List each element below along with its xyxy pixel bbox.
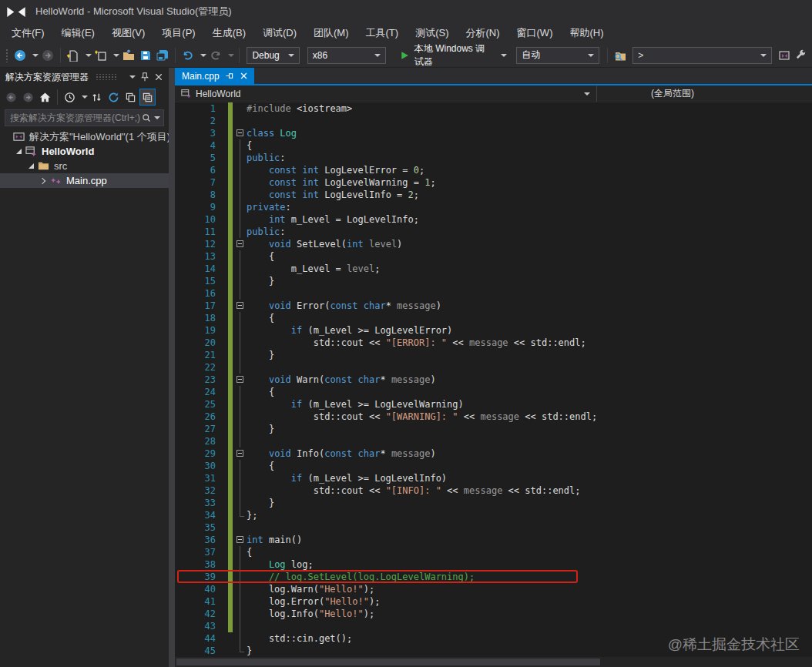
- code-line-18[interactable]: 18 {: [175, 312, 812, 324]
- redo-dropdown-icon[interactable]: [228, 54, 234, 57]
- search-options-dropdown-icon[interactable]: [154, 116, 160, 119]
- code-line-26[interactable]: 26 std::cout << "[WARNING]: " << message…: [175, 411, 812, 423]
- fold-collapse-icon[interactable]: [234, 127, 247, 139]
- code-line-7[interactable]: 7 const int LogLevelWarning = 1;: [175, 176, 812, 189]
- menu-item-8[interactable]: 测试(S): [407, 24, 457, 42]
- panel-drag-grip[interactable]: [95, 74, 118, 80]
- code-line-33[interactable]: 33 }: [175, 497, 812, 509]
- fold-collapse-icon[interactable]: [234, 447, 247, 460]
- code-line-36[interactable]: 36int main(): [175, 534, 812, 546]
- code-line-28[interactable]: 28: [175, 435, 812, 447]
- navigate-forward-button[interactable]: [40, 46, 55, 65]
- code-line-31[interactable]: 31 if (m_Level >= LogLevelInfo): [175, 472, 812, 484]
- explorer-forward-button[interactable]: [20, 89, 36, 106]
- code-line-15[interactable]: 15 }: [175, 275, 812, 287]
- code-line-34[interactable]: 34};: [175, 509, 812, 521]
- code-line-10[interactable]: 10 int m_Level = LogLevelInfo;: [175, 213, 812, 226]
- sync-with-active-document-button[interactable]: [89, 89, 105, 106]
- navigate-back-dropdown-icon[interactable]: [32, 54, 39, 57]
- navigate-back-button[interactable]: [13, 46, 29, 65]
- toolbar-grip[interactable]: [5, 49, 9, 62]
- code-editor[interactable]: 1#include <iostream>23class Log4{5public…: [175, 102, 812, 667]
- save-button[interactable]: [138, 46, 153, 65]
- tree-item-project-helloworld[interactable]: HelloWorld: [0, 144, 169, 159]
- type-scope-select[interactable]: (全局范围): [597, 85, 812, 102]
- code-line-30[interactable]: 30 {: [175, 460, 812, 472]
- new-file-button[interactable]: [65, 46, 81, 65]
- code-line-32[interactable]: 32 std::cout << "[INFO]: " << message <<…: [175, 484, 812, 497]
- code-line-6[interactable]: 6 const int LogLevelError = 0;: [175, 164, 812, 176]
- toolbar-options-wrench-button[interactable]: [794, 46, 809, 65]
- menu-item-1[interactable]: 编辑(E): [53, 24, 103, 42]
- project-scope-select[interactable]: HelloWorld: [175, 85, 597, 102]
- code-line-39[interactable]: 39 // log.SetLevel(log.LogLevelWarning);: [175, 571, 812, 583]
- tab-pin-icon[interactable]: [225, 72, 234, 81]
- code-line-42[interactable]: 42 log.Info("Hello!");: [175, 608, 812, 620]
- code-line-13[interactable]: 13 {: [175, 250, 812, 263]
- code-line-21[interactable]: 21 }: [175, 349, 812, 361]
- menu-item-3[interactable]: 项目(P): [153, 24, 203, 42]
- refresh-button[interactable]: [106, 89, 122, 106]
- feedback-button[interactable]: [777, 46, 792, 65]
- fold-collapse-icon[interactable]: [234, 534, 247, 546]
- code-line-35[interactable]: 35: [175, 521, 812, 534]
- panel-menu-chevron-icon[interactable]: [124, 70, 138, 84]
- code-line-19[interactable]: 19 if (m_Level >= LogLevelError): [175, 324, 812, 337]
- menu-item-2[interactable]: 视图(V): [103, 24, 153, 42]
- code-line-8[interactable]: 8 const int LogLevelInfo = 2;: [175, 189, 812, 201]
- code-line-38[interactable]: 38 Log log;: [175, 558, 812, 571]
- tree-item-solution[interactable]: 解决方案"HelloWorld"(1 个项目): [0, 129, 169, 144]
- code-line-12[interactable]: 12 void SetLevel(int level): [175, 238, 812, 250]
- open-file-button[interactable]: [121, 46, 136, 65]
- menu-item-10[interactable]: 窗口(W): [508, 24, 562, 42]
- redo-button[interactable]: [208, 46, 223, 65]
- menu-item-4[interactable]: 生成(B): [204, 24, 254, 42]
- code-line-22[interactable]: 22: [175, 361, 812, 374]
- code-line-11[interactable]: 11public:: [175, 226, 812, 238]
- solution-platform-select[interactable]: x86: [307, 47, 387, 64]
- solution-explorer-search-input[interactable]: [10, 112, 142, 123]
- code-line-4[interactable]: 4{: [175, 139, 812, 152]
- new-project-dropdown-icon[interactable]: [113, 54, 119, 57]
- code-line-17[interactable]: 17 void Error(const char* message): [175, 300, 812, 312]
- code-line-16[interactable]: 16: [175, 287, 812, 300]
- code-line-23[interactable]: 23 void Warn(const char* message): [175, 374, 812, 386]
- horizontal-scrollbar[interactable]: [175, 657, 812, 667]
- start-debugging-button[interactable]: 本地 Windows 调试器: [395, 46, 512, 65]
- explorer-back-button[interactable]: [3, 89, 19, 106]
- tab-close-icon[interactable]: [240, 72, 249, 81]
- tree-item-file-main-cpp[interactable]: Main.cpp: [0, 173, 169, 188]
- collapsed-expander-icon[interactable]: [37, 175, 49, 187]
- horizontal-scrollbar-thumb[interactable]: [176, 659, 600, 665]
- solution-explorer-search-box[interactable]: [5, 109, 164, 126]
- code-line-14[interactable]: 14 m_Level = level;: [175, 263, 812, 275]
- fold-collapse-icon[interactable]: [234, 238, 247, 250]
- panel-close-icon[interactable]: [152, 70, 166, 84]
- menu-item-6[interactable]: 团队(M): [305, 24, 357, 42]
- fold-collapse-icon[interactable]: [234, 300, 247, 312]
- menu-item-7[interactable]: 工具(T): [357, 24, 408, 42]
- filter-dropdown-icon[interactable]: [82, 96, 88, 99]
- tree-item-folder-src[interactable]: src: [0, 159, 169, 173]
- panel-pin-icon[interactable]: [138, 70, 152, 84]
- solution-configuration-select[interactable]: Debug: [247, 47, 299, 64]
- code-line-43[interactable]: 43: [175, 620, 812, 632]
- quick-launch-input[interactable]: [638, 50, 757, 61]
- code-line-5[interactable]: 5public:: [175, 152, 812, 164]
- code-line-24[interactable]: 24 {: [175, 386, 812, 398]
- expanded-expander-icon[interactable]: [12, 146, 25, 158]
- new-file-dropdown-icon[interactable]: [86, 54, 92, 57]
- expanded-expander-icon[interactable]: [25, 160, 37, 173]
- code-line-1[interactable]: 1#include <iostream>: [175, 102, 812, 115]
- find-in-files-button[interactable]: [612, 46, 628, 65]
- menu-item-0[interactable]: 文件(F): [3, 24, 53, 42]
- menu-item-9[interactable]: 分析(N): [457, 24, 508, 42]
- code-line-9[interactable]: 9private:: [175, 201, 812, 213]
- undo-button[interactable]: [180, 46, 196, 65]
- save-all-button[interactable]: [155, 46, 170, 65]
- pending-changes-filter-button[interactable]: [62, 89, 78, 106]
- code-line-20[interactable]: 20 std::cout << "[ERROR]: " << message <…: [175, 337, 812, 349]
- code-line-27[interactable]: 27 }: [175, 423, 812, 435]
- undo-dropdown-icon[interactable]: [200, 54, 206, 57]
- code-line-3[interactable]: 3class Log: [175, 127, 812, 139]
